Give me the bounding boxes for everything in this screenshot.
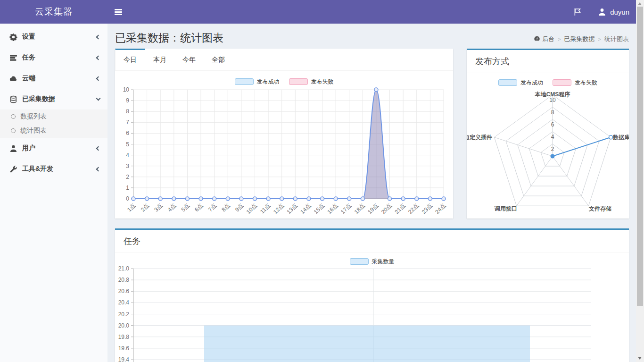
flag-icon[interactable] [573, 8, 582, 16]
svg-text:19.8: 19.8 [118, 334, 130, 340]
scroll-up-arrow[interactable] [638, 2, 642, 5]
sidebar-item-collected-data[interactable]: 已采集数据 [0, 89, 107, 109]
svg-text:5点: 5点 [180, 202, 190, 213]
svg-text:10: 10 [123, 86, 130, 93]
breadcrumb-separator: > [558, 36, 561, 42]
sidebar-item-label: 云端 [22, 74, 97, 83]
legend-item-publish-success[interactable]: 发布成功 [498, 79, 543, 87]
breadcrumb-item[interactable]: 已采集数据 [564, 35, 595, 43]
breadcrumb-item[interactable]: 后台 [534, 35, 554, 43]
sidebar-item-settings[interactable]: 设置 [0, 26, 107, 47]
app-logo[interactable]: 云采集器 [0, 0, 107, 24]
svg-text:10: 10 [549, 97, 556, 103]
svg-text:自定义插件: 自定义插件 [467, 134, 492, 141]
navbar-right: duyun [573, 0, 629, 24]
svg-text:20.8: 20.8 [118, 277, 130, 283]
sidebar-subitem-stats-charts[interactable]: 统计图表 [0, 124, 107, 138]
legend-item-publish-fail[interactable]: 发布失败 [289, 78, 334, 86]
legend-swatch [235, 78, 254, 85]
svg-text:8点: 8点 [220, 202, 231, 213]
legend-item-publish-fail[interactable]: 发布失败 [553, 79, 597, 87]
svg-text:1点: 1点 [126, 202, 137, 213]
svg-text:9点: 9点 [234, 202, 245, 213]
sidebar-item-tasks[interactable]: 任务 [0, 47, 107, 68]
svg-text:16点: 16点 [326, 202, 339, 215]
svg-text:4: 4 [551, 134, 554, 140]
main-content: 已采集数据：统计图表 后台>已采集数据>统计图表 今日本月今年全部 发布成功发布… [107, 24, 636, 362]
scroll-down-arrow[interactable] [638, 357, 642, 360]
breadcrumb: 后台>已采集数据>统计图表 [534, 35, 629, 43]
wrench-icon [9, 165, 17, 173]
scrollbar [636, 0, 644, 362]
svg-text:19.4: 19.4 [118, 356, 130, 362]
radar-chart-legend: 发布成功发布失败 [467, 78, 629, 87]
svg-text:4点: 4点 [166, 202, 177, 213]
publish-method-panel: 发布方式 发布成功发布失败 246810本地CMS程序数据库文件存储调用接口自定… [467, 49, 629, 219]
svg-text:本地CMS程序: 本地CMS程序 [535, 91, 570, 98]
chevron-left-icon [96, 34, 101, 39]
legend-label: 发布成功 [520, 79, 543, 87]
circle-icon [11, 128, 16, 133]
tab-今年[interactable]: 今年 [174, 49, 204, 70]
svg-text:7: 7 [126, 119, 129, 126]
svg-text:3: 3 [126, 163, 129, 169]
legend-swatch [498, 79, 517, 86]
sidebar-item-label: 已采集数据 [22, 95, 97, 103]
svg-text:20点: 20点 [380, 202, 393, 215]
svg-text:18点: 18点 [353, 202, 366, 215]
svg-text:2点: 2点 [140, 202, 150, 213]
legend-swatch [350, 258, 369, 265]
sidebar-item-label: 用户 [22, 144, 97, 152]
sidebar-item-label: 设置 [22, 33, 97, 41]
panel-header: 发布方式 [467, 50, 629, 73]
svg-text:20.2: 20.2 [118, 311, 130, 318]
tab-本月[interactable]: 本月 [145, 49, 174, 70]
svg-text:4: 4 [126, 152, 129, 159]
sidebar-item-cloud[interactable]: 云端 [0, 68, 107, 89]
database-icon [9, 95, 17, 103]
legend-item-publish-success[interactable]: 发布成功 [235, 78, 280, 86]
svg-text:17点: 17点 [339, 202, 353, 215]
svg-text:5: 5 [126, 141, 129, 148]
radar-chart: 246810本地CMS程序数据库文件存储调用接口自定义插件 [467, 87, 629, 219]
breadcrumb-separator: > [598, 36, 601, 42]
sidebar-item-users[interactable]: 用户 [0, 138, 107, 159]
sidebar-submenu: 数据列表统计图表 [0, 109, 107, 138]
svg-text:19点: 19点 [366, 202, 380, 215]
page-title: 已采集数据：统计图表 [115, 31, 223, 45]
sidebar-subitem-data-list[interactable]: 数据列表 [0, 109, 107, 124]
chevron-left-icon [96, 55, 101, 60]
scrollbar-thumb[interactable] [637, 7, 643, 306]
chevron-left-icon [96, 146, 101, 151]
sidebar-menu: 设置任务云端已采集数据数据列表统计图表用户工具&开发 [0, 24, 107, 179]
svg-text:12点: 12点 [272, 202, 285, 215]
svg-text:0: 0 [126, 195, 129, 202]
sidebar-item-label: 工具&开发 [22, 165, 97, 173]
tab-全部[interactable]: 全部 [204, 49, 233, 70]
legend-item-collect-count[interactable]: 采集数量 [350, 258, 395, 266]
svg-text:调用接口: 调用接口 [494, 205, 517, 212]
sidebar-toggle-button[interactable] [107, 0, 129, 24]
svg-text:数据库: 数据库 [612, 134, 629, 141]
svg-text:23点: 23点 [421, 202, 434, 215]
panel-title: 任务 [124, 236, 140, 247]
sidebar-item-tools-dev[interactable]: 工具&开发 [0, 159, 107, 179]
legend-label: 发布失败 [311, 78, 334, 86]
svg-text:20.6: 20.6 [118, 288, 130, 295]
legend-label: 发布失败 [575, 79, 597, 87]
sidebar-subitem-label: 统计图表 [20, 126, 47, 135]
tab-今日[interactable]: 今日 [115, 49, 145, 70]
user-icon [9, 144, 17, 152]
bar-chart: 21.020.820.620.420.220.019.819.619.4 [115, 266, 629, 362]
svg-text:8: 8 [126, 108, 129, 115]
dashboard-icon [534, 35, 540, 42]
svg-text:1: 1 [126, 185, 129, 191]
svg-text:13点: 13点 [286, 202, 299, 215]
svg-text:文件存储: 文件存储 [588, 205, 611, 212]
tasks-icon [9, 54, 17, 62]
user-icon [598, 8, 606, 16]
legend-swatch [553, 79, 571, 86]
svg-text:19.6: 19.6 [118, 345, 130, 352]
svg-text:6点: 6点 [193, 202, 204, 213]
user-menu[interactable]: duyun [598, 8, 629, 16]
